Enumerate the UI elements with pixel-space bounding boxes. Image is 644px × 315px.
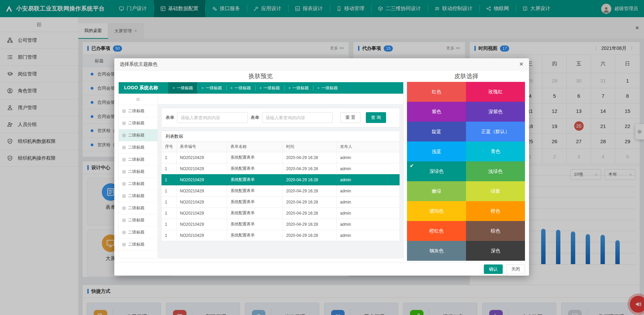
- cell: admin: [336, 174, 400, 185]
- doc-icon: [122, 170, 126, 174]
- preview-sidebar-item-label: 二级标题: [128, 157, 144, 162]
- form-label: 表单: [166, 115, 174, 121]
- preview-tab-label: 一级标题: [177, 85, 193, 91]
- preview-search-input[interactable]: [262, 112, 333, 123]
- skin-swatch-靛蓝[interactable]: 靛蓝: [407, 122, 466, 141]
- cell: 2020-04-29 16:28: [283, 185, 336, 196]
- form-label: 表单: [251, 115, 259, 121]
- skin-swatch-label: 浅绿色: [489, 168, 503, 175]
- preview-sidebar-item[interactable]: 二级标题: [119, 178, 157, 190]
- modal-close-icon[interactable]: ✕: [519, 61, 524, 67]
- cell: NO20210429: [176, 152, 227, 163]
- preview-table-row[interactable]: 1NO20210429系统配置表单2020-04-29 16:28admin: [162, 163, 400, 174]
- skin-swatch-正蓝（默认）[interactable]: 正蓝（默认）: [466, 122, 525, 141]
- cell: 2020-04-29 16:28: [283, 174, 336, 185]
- doc-icon: [122, 133, 126, 137]
- preview-table-row[interactable]: 1NO20210429系统配置表单2020-04-29 16:28admin: [162, 174, 400, 185]
- cell: NO20210429: [176, 208, 227, 219]
- skin-swatch-深紫色[interactable]: 深紫色: [466, 102, 525, 122]
- skin-swatch-玫瑰红[interactable]: 玫瑰红: [466, 82, 525, 102]
- skin-swatch-琥珀色[interactable]: 琥珀色: [407, 201, 466, 221]
- preview-sidebar-item[interactable]: 二级标题: [119, 129, 157, 141]
- skin-swatch-嫩绿[interactable]: 嫩绿: [407, 181, 466, 201]
- skin-swatch-label: 红色: [432, 89, 441, 95]
- preview-list-card: 列表数据 序号表单编号表单名称时间发布人1NO20210429系统配置表单202…: [161, 131, 400, 241]
- preview-search-card: 表单表单重 置查 询: [161, 108, 400, 127]
- skin-swatch-浅绿色[interactable]: 浅绿色: [466, 161, 525, 181]
- cell: 1: [162, 163, 176, 174]
- preview-sidebar-item-label: 二级标题: [128, 181, 144, 187]
- preview-sidebar: 二级标题二级标题二级标题二级标题二级标题二级标题二级标题二级标题二级标题二级标题…: [119, 94, 158, 258]
- tab-close-icon[interactable]: ×: [202, 86, 204, 90]
- preview-main: 表单表单重 置查 询 列表数据 序号表单编号表单名称时间发布人1NO202104…: [158, 94, 403, 258]
- cell: 1: [162, 152, 176, 163]
- doc-icon: [122, 146, 126, 150]
- cell: 系统配置表单: [227, 185, 283, 196]
- preview-sidebar-item[interactable]: 二级标题: [119, 117, 157, 129]
- preview-sidebar-item[interactable]: 二级标题: [119, 202, 157, 214]
- tab-close-icon[interactable]: ×: [231, 86, 233, 90]
- tab-close-icon[interactable]: ×: [260, 86, 262, 90]
- tab-close-icon[interactable]: ×: [317, 86, 319, 90]
- skin-swatch-红色[interactable]: 红色: [407, 82, 466, 102]
- preview-table-head: 序号表单编号表单名称时间发布人: [162, 142, 400, 152]
- skin-swatch-label: 嫩绿: [432, 188, 441, 194]
- preview-table-row[interactable]: 1NO20210429系统配置表单2020-04-29 16:28admin: [162, 196, 400, 208]
- preview-sidebar-item[interactable]: 二级标题: [119, 154, 157, 166]
- tab-close-icon[interactable]: ×: [173, 86, 175, 90]
- preview-table-row[interactable]: 1NO20210429系统配置表单2020-04-29 16:28admin: [162, 185, 400, 196]
- cell: 1: [162, 185, 176, 196]
- cell: admin: [336, 208, 400, 219]
- skin-swatch-深绿色[interactable]: ✔深绿色: [407, 161, 466, 181]
- skin-swatch-深色[interactable]: 深色: [466, 241, 525, 261]
- reset-button[interactable]: 重 置: [340, 112, 360, 123]
- skin-swatch-橙色[interactable]: 橙色: [466, 201, 525, 221]
- cell: 1: [162, 230, 176, 241]
- preview-sidebar-item[interactable]: 二级标题: [119, 166, 157, 178]
- preview-table-row[interactable]: 1NO20210429系统配置表单2020-04-29 16:28admin: [162, 152, 400, 163]
- skin-swatch-label: 浅蓝: [432, 149, 441, 155]
- skin-swatch-钢灰色[interactable]: 钢灰色: [407, 241, 466, 261]
- skin-swatch-浅蓝[interactable]: 浅蓝: [407, 141, 466, 161]
- skin-swatch-橙红色[interactable]: 橙红色: [407, 221, 466, 241]
- cell: 2020-04-29 16:28: [283, 152, 336, 163]
- skin-swatch-grid: 红色玫瑰红紫色深紫色靛蓝正蓝（默认）浅蓝青色✔深绿色浅绿色嫩绿绿黄琥珀色橙色橙红…: [407, 82, 525, 261]
- preview-tab[interactable]: ×一级标题: [313, 82, 342, 94]
- preview-sidebar-item[interactable]: 二级标题: [119, 226, 157, 239]
- preview-tab[interactable]: ×一级标题: [168, 82, 197, 94]
- cell: 系统配置表单: [227, 163, 283, 174]
- preview-tab[interactable]: ×一级标题: [284, 82, 313, 94]
- doc-icon: [122, 194, 126, 198]
- preview-sidebar-item-label: 二级标题: [128, 169, 144, 175]
- preview-table-row[interactable]: 1NO20210429系统配置表单2020-04-29 16:28admin: [162, 219, 400, 230]
- skin-swatch-青色[interactable]: 青色: [466, 141, 525, 161]
- close-button[interactable]: 关闭: [506, 264, 525, 274]
- preview-sidebar-item-label: 二级标题: [128, 120, 144, 126]
- preview-collapse-button[interactable]: [119, 94, 157, 105]
- preview-table: 序号表单编号表单名称时间发布人1NO20210429系统配置表单2020-04-…: [162, 142, 400, 241]
- preview-sidebar-item[interactable]: 二级标题: [119, 141, 157, 154]
- preview-search-input[interactable]: [177, 112, 248, 123]
- preview-tab[interactable]: ×一级标题: [226, 82, 255, 94]
- preview-sidebar-item[interactable]: 二级标题: [119, 239, 157, 251]
- skin-swatch-棕色[interactable]: 棕色: [466, 221, 525, 241]
- confirm-button[interactable]: 确认: [484, 264, 503, 274]
- skin-preview: LOGO 系统名称 ×一级标题×一级标题×一级标题×一级标题×一级标题×一级标题…: [118, 82, 404, 258]
- cell: admin: [336, 185, 400, 196]
- preview-table-row[interactable]: 1NO20210429系统配置表单2020-04-29 16:28admin: [162, 230, 400, 241]
- cell: 1: [162, 219, 176, 230]
- doc-icon: [122, 230, 126, 234]
- preview-tab[interactable]: ×一级标题: [255, 82, 284, 94]
- preview-tab[interactable]: ×一级标题: [197, 82, 226, 94]
- cell: 系统配置表单: [227, 219, 283, 230]
- preview-sidebar-item[interactable]: 二级标题: [119, 214, 157, 226]
- query-button[interactable]: 查 询: [366, 112, 386, 123]
- preview-table-row[interactable]: 1NO20210429系统配置表单2020-04-29 16:28admin: [162, 208, 400, 219]
- doc-icon: [122, 121, 126, 125]
- skin-swatch-紫色[interactable]: 紫色: [407, 102, 466, 122]
- preview-sidebar-item[interactable]: 二级标题: [119, 190, 157, 202]
- tab-close-icon[interactable]: ×: [289, 86, 291, 90]
- skin-swatch-label: 橙红色: [430, 228, 444, 234]
- preview-sidebar-item[interactable]: 二级标题: [119, 105, 157, 117]
- skin-swatch-绿黄[interactable]: 绿黄: [466, 181, 525, 201]
